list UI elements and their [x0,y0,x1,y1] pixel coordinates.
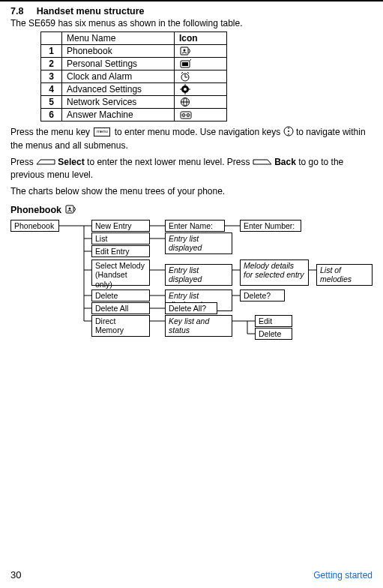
svg-point-1 [184,50,186,52]
svg-point-25 [288,130,289,132]
svg-point-23 [187,115,188,116]
personal-settings-icon [175,58,227,70]
tree-node: Key list and status [165,315,232,337]
menu-key-icon: menu [94,128,110,136]
row-num: 2 [41,58,62,70]
tree-node: Edit [255,315,292,328]
tree-node: Enter Name: [165,220,225,232]
tree-node: Entry list displayed [165,232,232,254]
tree-node: Delete All? [165,302,217,315]
row-name: Personal Settings [62,58,175,70]
tree-node: Enter Number: [240,220,301,232]
section-number: 7.8 [10,6,23,16]
page-footer: 30 Getting started [10,569,373,580]
tree-node: Direct Memory [91,315,150,337]
table-row: 4 Advanced Settings [41,83,227,96]
row-num: 3 [41,70,62,83]
select-label: Select [58,157,84,167]
row-name: Answer Machine [62,109,175,122]
right-softkey-icon [253,157,272,169]
section-heading: 7.8 Handset menu structure [10,6,373,16]
page-number: 30 [10,569,21,580]
th-icon: Icon [175,32,227,45]
answer-machine-icon [175,109,227,122]
row-name: Phonebook [62,45,175,58]
phonebook-icon [175,45,227,58]
tree-node: Select Melody (Handset only) [91,260,150,286]
svg-line-4 [190,59,191,61]
tree-node: Delete All [91,302,150,315]
text: Press the menu key [10,127,92,137]
table-row: 6 Answer Machine [41,109,227,122]
tree-node: Delete [255,328,292,340]
row-num: 6 [41,109,62,122]
tree-node: Delete? [240,290,285,302]
para-menu-key: Press the menu key menu to enter menu mo… [10,126,373,152]
row-num: 5 [41,96,62,109]
tree-node: Edit Entry [91,245,150,258]
row-num: 4 [41,83,62,96]
phonebook-heading: Phonebook [10,204,373,217]
tree-node: New Entry [91,220,150,232]
row-name: Advanced Settings [62,83,175,96]
tree-node: Entry list displayed [165,264,232,286]
clock-alarm-icon [175,70,227,83]
left-softkey-icon [36,157,55,169]
svg-point-29 [69,207,71,209]
intro-text: The SE659 has six menus as shown in the … [10,18,373,28]
tree-node: List [91,232,150,245]
nav-key-icon [283,126,294,140]
row-num: 1 [41,45,62,58]
para-charts: The charts below show the menu trees of … [10,185,373,197]
tree-node: Melody details for selected entry [240,260,309,286]
svg-rect-3 [182,62,188,66]
advanced-settings-icon [175,83,227,96]
table-row: 5 Network Services [41,96,227,109]
text: to enter the next lower menu level. Pres… [87,157,253,167]
tree-node: Delete [91,290,150,302]
th-menu-name: Menu Name [62,32,175,45]
svg-line-8 [181,72,183,74]
tree-node: List of melodies [316,264,373,286]
table-row: 2 Personal Settings [41,58,227,70]
row-name: Network Services [62,96,175,109]
table-row: 3 Clock and Alarm [41,70,227,83]
section-title: Handset menu structure [37,6,145,16]
row-name: Clock and Alarm [62,70,175,83]
network-services-icon [175,96,227,109]
back-label: Back [274,157,296,167]
menu-table: Menu Name Icon 1 Phonebook 2 Personal Se… [40,32,227,122]
phonebook-icon [64,204,79,217]
tree-root: Phonebook [10,220,59,232]
svg-point-22 [183,115,184,116]
phonebook-tree: Phonebook New Entry List Edit Entry Sele… [10,220,373,355]
svg-point-11 [184,88,187,91]
para-select-back: Press Select to enter the next lower men… [10,156,373,181]
phonebook-title: Phonebook [10,205,61,215]
table-row: 1 Phonebook [41,45,227,58]
text: Press [10,157,36,167]
th-blank [41,32,62,45]
text: to enter menu mode. Use navigation keys [115,127,283,137]
svg-line-9 [187,72,189,74]
footer-section: Getting started [313,570,373,580]
